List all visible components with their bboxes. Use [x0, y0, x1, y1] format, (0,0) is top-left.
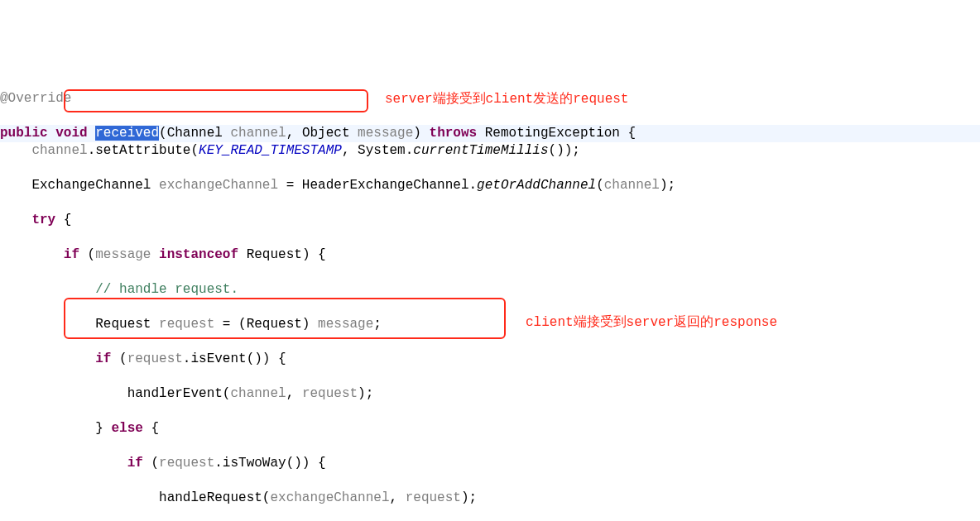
code-block: @Override public void received(Channel c… — [0, 73, 980, 521]
selected-method-name: received — [95, 126, 159, 141]
comment-handle-request: // handle request. — [95, 282, 238, 297]
annotation-note-request: server端接受到client发送的request — [385, 91, 628, 108]
annotation-note-response: client端接受到server返回的response — [526, 314, 777, 332]
method-signature-line: public void received(Channel channel, Ob… — [0, 125, 980, 142]
annotation-override: @Override — [0, 91, 71, 106]
